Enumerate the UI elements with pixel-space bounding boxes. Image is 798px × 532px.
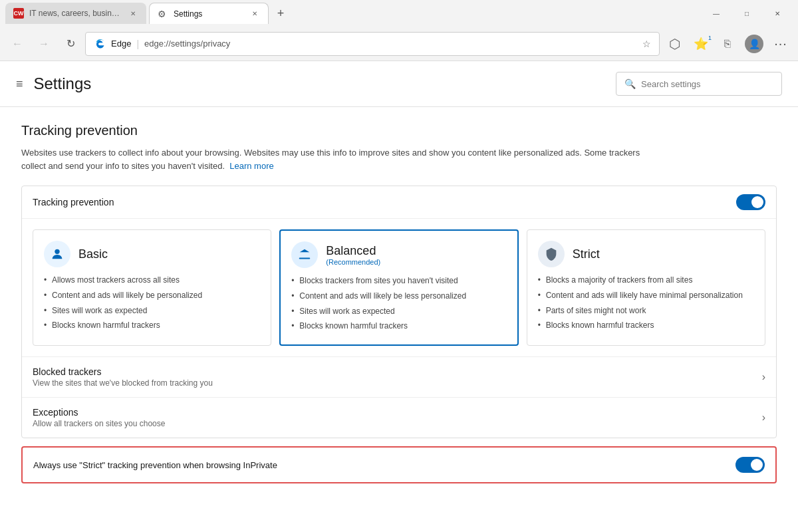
favorite-icon[interactable]: ☆ [642, 39, 651, 49]
balanced-card-header: Balanced (Recommended) [291, 241, 506, 268]
search-icon: 🔍 [624, 78, 636, 89]
strict-card-bullets: Blocks a majority of trackers from all s… [538, 273, 754, 333]
settings-header: ≡ Settings 🔍 [0, 61, 798, 107]
basic-card-title: Basic [78, 247, 108, 261]
balanced-card-title: Balanced [326, 244, 380, 258]
tracking-header-row: Tracking prevention [22, 186, 776, 219]
basic-card-bullets: Allows most trackers across all sites Co… [44, 273, 260, 333]
profile-button[interactable]: 👤 [742, 32, 766, 56]
strict-bullet-4: Blocks known harmful trackers [538, 318, 754, 333]
tab-1[interactable]: CW IT news, careers, business techno... … [5, 3, 146, 24]
refresh-button[interactable]: ↻ [59, 32, 82, 56]
exceptions-title: Exceptions [33, 407, 762, 418]
exceptions-content: Exceptions Allow all trackers on sites y… [33, 407, 762, 428]
strict-card-icon [538, 241, 565, 267]
blocked-trackers-chevron: › [762, 371, 765, 383]
settings-page-title: Settings [34, 74, 605, 93]
extensions-button[interactable]: ⬡ [662, 32, 686, 56]
balanced-bullet-4: Blocks known harmful trackers [291, 319, 506, 334]
nav-bar: ← → ↻ Edge | edge://settings/privacy ☆ ⬡… [0, 27, 798, 61]
balanced-card-subtitle: (Recommended) [326, 258, 380, 266]
basic-bullet-3: Sites will work as expected [44, 303, 260, 319]
tab-2[interactable]: ⚙ Settings ✕ [149, 3, 269, 24]
tracking-prevention-desc: Websites use trackers to collect info ab… [21, 146, 653, 172]
blocked-trackers-desc: View the sites that we've blocked from t… [33, 378, 762, 388]
title-bar: CW IT news, careers, business techno... … [0, 0, 798, 27]
exceptions-item[interactable]: Exceptions Allow all trackers on sites y… [22, 397, 776, 438]
hamburger-button[interactable]: ≡ [16, 77, 23, 91]
learn-more-link[interactable]: Learn more [229, 161, 273, 171]
strict-bullet-1: Blocks a majority of trackers from all s… [538, 273, 754, 288]
new-tab-button[interactable]: + [271, 4, 290, 23]
tab1-close[interactable]: ✕ [128, 8, 138, 19]
basic-card-header: Basic [44, 241, 260, 267]
strict-inprivate-toggle[interactable] [735, 457, 765, 473]
address-bar[interactable]: Edge | edge://settings/privacy ☆ [85, 32, 660, 56]
tab1-label: IT news, careers, business techno... [29, 9, 122, 18]
strict-card-title: Strict [573, 247, 600, 261]
balanced-card[interactable]: Balanced (Recommended) Blocks trackers f… [279, 229, 518, 346]
basic-bullet-2: Content and ads will likely be personali… [44, 288, 260, 303]
favorites-button[interactable]: ⭐1 [689, 32, 713, 56]
basic-card-title-group: Basic [78, 247, 108, 261]
back-button[interactable]: ← [5, 32, 29, 56]
search-input[interactable] [641, 79, 773, 89]
settings-page: ≡ Settings 🔍 Tracking prevention Website… [0, 61, 798, 532]
minimize-button[interactable]: — [701, 3, 732, 24]
url-separator: | [136, 39, 139, 49]
svg-point-0 [55, 249, 59, 254]
basic-bullet-1: Allows most trackers across all sites [44, 273, 260, 288]
basic-bullet-4: Blocks known harmful trackers [44, 318, 260, 333]
url-display: edge://settings/privacy [144, 39, 637, 49]
balanced-bullet-3: Sites will work as expected [291, 304, 506, 319]
browser-frame: CW IT news, careers, business techno... … [0, 0, 798, 532]
balanced-card-bullets: Blocks trackers from sites you haven't v… [291, 273, 506, 334]
balanced-card-title-group: Balanced (Recommended) [326, 244, 380, 266]
settings-content: Tracking prevention Websites use tracker… [0, 107, 798, 532]
nav-icons: ⬡ ⭐1 ⎘ 👤 ··· [662, 32, 793, 56]
tab1-favicon: CW [13, 8, 24, 19]
close-button[interactable]: ✕ [762, 3, 793, 24]
strict-card[interactable]: Strict Blocks a majority of trackers fro… [527, 229, 765, 346]
tab2-label: Settings [174, 9, 244, 19]
tracking-prevention-box: Tracking prevention Basic [21, 186, 777, 438]
strict-card-title-group: Strict [573, 247, 600, 261]
tracking-prevention-title: Tracking prevention [21, 123, 777, 138]
collections-button[interactable]: ⎘ [716, 32, 739, 56]
strict-card-header: Strict [538, 241, 754, 267]
maximize-button[interactable]: □ [732, 3, 762, 24]
window-controls: — □ ✕ [701, 3, 793, 24]
strict-inprivate-row: Always use "Strict" tracking prevention … [21, 446, 777, 483]
blocked-trackers-title: Blocked trackers [33, 366, 762, 377]
basic-card-icon [44, 241, 70, 267]
blocked-trackers-content: Blocked trackers View the sites that we'… [33, 366, 762, 388]
tracking-toggle[interactable] [736, 194, 765, 210]
basic-card[interactable]: Basic Allows most trackers across all si… [33, 229, 271, 346]
tab2-close[interactable]: ✕ [249, 9, 260, 19]
more-button[interactable]: ··· [769, 32, 793, 56]
edge-logo-icon [94, 38, 106, 50]
blocked-trackers-item[interactable]: Blocked trackers View the sites that we'… [22, 356, 776, 397]
strict-bullet-2: Content and ads will likely have minimal… [538, 288, 754, 303]
strict-inprivate-label: Always use "Strict" tracking prevention … [33, 460, 735, 470]
svg-rect-1 [299, 258, 311, 259]
exceptions-desc: Allow all trackers on sites you choose [33, 419, 762, 428]
balanced-card-icon [291, 241, 318, 268]
balanced-bullet-1: Blocks trackers from sites you haven't v… [291, 273, 506, 289]
exceptions-chevron: › [762, 412, 765, 424]
balanced-bullet-2: Content and ads will likely be less pers… [291, 289, 506, 304]
forward-button[interactable]: → [32, 32, 56, 56]
tab2-favicon: ⚙ [158, 9, 168, 19]
cards-row: Basic Allows most trackers across all si… [22, 219, 776, 356]
edge-brand-label: Edge [111, 39, 131, 49]
search-box[interactable]: 🔍 [616, 72, 782, 96]
tracking-header-label: Tracking prevention [33, 197, 736, 207]
strict-bullet-3: Parts of sites might not work [538, 303, 754, 319]
